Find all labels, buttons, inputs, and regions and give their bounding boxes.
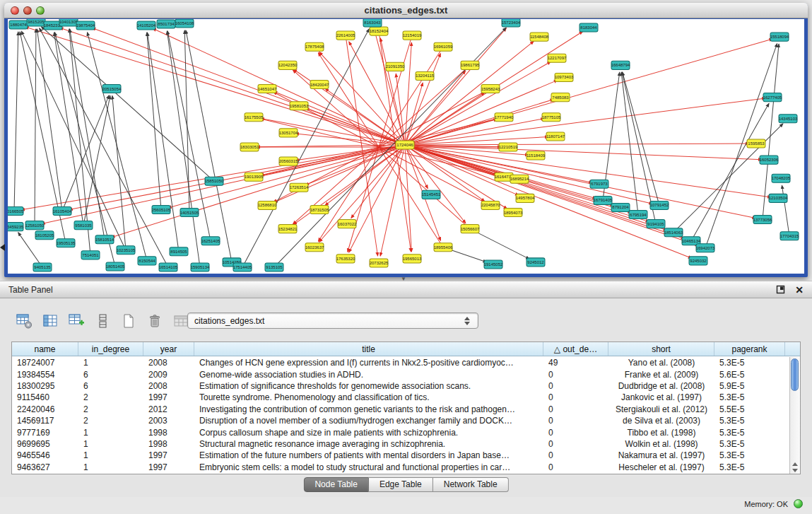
graph-node-label: 12217097 [548, 56, 567, 60]
citation-edge-black[interactable] [55, 33, 115, 267]
column-header-short[interactable]: short [608, 342, 714, 356]
table-row[interactable]: 946554611997Estimation of the future num… [12, 450, 789, 461]
citation-edge-black[interactable] [83, 95, 110, 225]
scrollbar-thumb[interactable] [791, 358, 799, 391]
citation-edge-black[interactable] [21, 31, 126, 250]
graph-node-label: 12210519 [499, 145, 518, 149]
table-cell: 5.3E-5 [714, 392, 785, 402]
table-row[interactable]: 2242004622012Investigating the contribut… [12, 404, 789, 415]
add-column-icon[interactable] [66, 311, 86, 331]
citation-edge-black[interactable] [470, 229, 529, 259]
citation-edge-red[interactable] [325, 88, 405, 145]
graph-node-label: 19861795 [461, 63, 480, 67]
citation-edge-black[interactable] [782, 185, 789, 236]
citation-edge-red[interactable] [405, 145, 507, 209]
table-row[interactable]: 1830029562008Estimation of significance … [12, 380, 789, 392]
table-cell: 6 [78, 370, 143, 380]
column-header-year[interactable]: year [143, 342, 194, 356]
column-header-out-degree[interactable]: △ out_de… [543, 342, 608, 356]
citation-edge-black[interactable] [88, 33, 147, 261]
table-cell: 0 [543, 404, 608, 414]
graph-node-label: 16277405 [763, 95, 782, 100]
citation-edge-red[interactable] [405, 145, 699, 246]
scroll-up-icon[interactable] [792, 462, 798, 466]
citation-edge-red[interactable] [92, 28, 405, 145]
column-header-pagerank[interactable]: pagerank [714, 342, 785, 356]
citation-edge-red[interactable] [405, 41, 534, 145]
column-header-in-degree[interactable]: in_degree [78, 342, 143, 356]
table-row[interactable]: 1938455462009Genome-wide association stu… [12, 368, 789, 380]
citation-edge-red[interactable] [293, 70, 470, 229]
citation-edge-red[interactable] [405, 144, 749, 145]
citation-edge-red[interactable] [405, 39, 772, 145]
citation-edge-black[interactable] [242, 29, 369, 267]
table-cell: Changes of HCN gene expression and I(f) … [194, 358, 543, 368]
table-row[interactable]: 1456911722003Disruption of a novel membe… [12, 415, 789, 426]
citation-edge-black[interactable] [54, 33, 83, 226]
table-source-dropdown[interactable]: citations_edges.txt [187, 313, 478, 329]
left-collapse-handle[interactable] [0, 244, 5, 251]
close-window-button[interactable] [11, 6, 19, 15]
table-cell: 1997 [143, 462, 194, 472]
column-header-name[interactable]: name [12, 342, 78, 356]
citation-edge-black[interactable] [147, 33, 179, 252]
citation-edge-red[interactable] [405, 145, 692, 258]
table-row[interactable]: 946362711997Embryonic stem cells: a mode… [12, 462, 789, 473]
row-format-icon[interactable] [93, 311, 112, 331]
citation-network-graph[interactable]: 1724046181524041215401916961059198617951… [8, 19, 804, 274]
citation-edge-black[interactable] [40, 28, 168, 267]
delete-table-icon[interactable] [145, 311, 165, 331]
citation-edge-black[interactable] [35, 29, 36, 226]
graph-node-label: 9815205 [28, 20, 45, 24]
table-cell: 1998 [143, 428, 194, 438]
citation-edge-red[interactable] [153, 28, 405, 145]
graph-node-label: 17771940 [495, 115, 514, 119]
zoom-window-button[interactable] [36, 6, 45, 15]
table-row[interactable]: 977716911998Corpus callosum shape and si… [12, 426, 789, 438]
column-header-title[interactable]: title [194, 342, 543, 356]
citation-edge-black[interactable] [37, 29, 62, 211]
table-cell: 0 [543, 392, 608, 402]
graph-node-label: 19013905 [245, 175, 264, 179]
citation-edge-black[interactable] [14, 32, 18, 211]
tab-edge-table[interactable]: Edge Table [369, 477, 433, 492]
table-cell: 18724007 [12, 358, 78, 368]
new-table-icon[interactable] [119, 311, 139, 331]
citation-edge-red[interactable] [25, 27, 405, 145]
graph-node-label: 17875408 [305, 45, 324, 49]
window-titlebar[interactable]: citations_edges.txt [4, 3, 808, 18]
graph-node-label: 13204115 [416, 74, 435, 78]
network-canvas[interactable]: 1724046181524041215401916961059198617951… [8, 19, 804, 274]
citation-edge-black[interactable] [62, 95, 109, 211]
minimize-window-button[interactable] [23, 6, 32, 15]
table-row[interactable]: 911546021997Tourette syndrome. Phenomeno… [12, 392, 789, 403]
vertical-scrollbar[interactable] [789, 357, 800, 474]
citation-edge-black[interactable] [623, 72, 659, 205]
graph-node-label: 8914505 [170, 250, 187, 254]
graph-node-label: 18514063 [664, 230, 683, 235]
citation-edge-black[interactable] [41, 27, 214, 182]
table-cell: 2012 [143, 404, 194, 414]
close-panel-icon[interactable]: ✕ [795, 285, 804, 295]
citation-edge-red[interactable] [273, 145, 405, 202]
table-cell: 0 [543, 439, 608, 449]
citation-edge-red[interactable] [293, 69, 405, 145]
scroll-down-icon[interactable] [792, 469, 798, 472]
citation-edge-red[interactable] [112, 145, 405, 238]
table-row[interactable]: 969969511998Structural magnetic resonanc… [12, 438, 789, 450]
citation-edge-black[interactable] [147, 33, 161, 209]
table-cell: Structural magnetic resonance image aver… [194, 439, 543, 449]
citation-edge-black[interactable] [184, 30, 189, 212]
citation-edge-black[interactable] [763, 44, 779, 219]
float-panel-icon[interactable] [776, 285, 785, 294]
tab-network-table[interactable]: Network Table [433, 477, 509, 492]
table-row[interactable]: 1872400712008Changes of HCN gene express… [12, 357, 789, 368]
graph-node-label: 18152404 [370, 29, 389, 33]
citation-edge-black[interactable] [621, 72, 638, 214]
select-columns-icon[interactable] [40, 311, 60, 331]
table-mode-icon[interactable] [14, 311, 34, 331]
citation-edge-red[interactable] [405, 145, 755, 218]
tab-node-table[interactable]: Node Table [303, 477, 369, 492]
table-tabs: Node Table Edge Table Network Table [303, 477, 508, 492]
citation-edge-black[interactable] [186, 30, 232, 262]
